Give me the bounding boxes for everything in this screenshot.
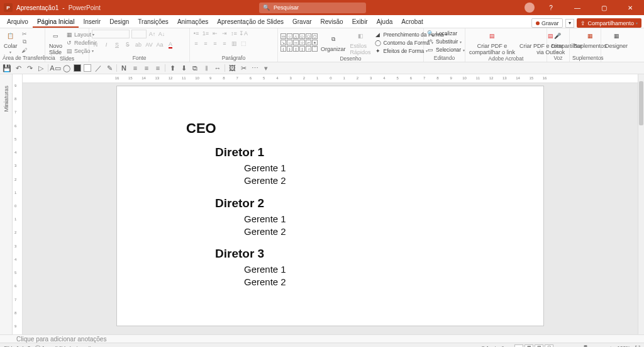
dictate-button[interactable]: 🎤 Ditar ▾ xyxy=(550,30,565,54)
notes-toggle[interactable]: ≡ Anotações xyxy=(482,345,509,348)
redo-icon[interactable]: ↷ xyxy=(25,64,34,72)
group-icon[interactable]: ⧉ xyxy=(191,64,199,72)
align-center-icon[interactable]: ≡ xyxy=(142,64,151,72)
tab-arquivo[interactable]: Arquivo xyxy=(3,18,33,28)
bold-icon[interactable]: N xyxy=(119,64,128,72)
slide-stage[interactable]: CEODiretor 1Gerente 1Gerente 2Diretor 2G… xyxy=(23,83,638,334)
grow-font-icon[interactable]: A↑ xyxy=(148,30,156,38)
bring-forward-icon[interactable]: ⬆ xyxy=(168,64,177,72)
text-box-icon[interactable]: A▭ xyxy=(51,64,60,72)
tab-acrobat[interactable]: Acrobat xyxy=(397,18,427,28)
tab-transi-es[interactable]: Transições xyxy=(133,18,173,28)
tab-inserir[interactable]: Inserir xyxy=(79,18,105,28)
line-icon[interactable]: ／ xyxy=(94,64,103,72)
slide-text-content[interactable]: CEODiretor 1Gerente 1Gerente 2Diretor 2G… xyxy=(186,120,286,289)
acrobat-share-link-button[interactable]: ▤ Criar PDF e compartilhar o link xyxy=(468,30,516,55)
tab-revis-o[interactable]: Revisão xyxy=(316,18,348,28)
crop-icon[interactable]: ✂ xyxy=(239,64,248,72)
vertical-scrollbar[interactable] xyxy=(638,74,644,334)
zoom-out-button[interactable]: − xyxy=(558,345,562,348)
align-right-button[interactable]: ≡ xyxy=(211,40,219,47)
tab-p-gina-inicial[interactable]: Página Inicial xyxy=(33,18,79,28)
slide-text-ceo[interactable]: CEO xyxy=(186,120,286,137)
reading-view-button[interactable]: ▤ xyxy=(535,344,543,348)
indent-increase-button[interactable]: ⇥ xyxy=(221,30,228,37)
start-slideshow-icon[interactable]: ▷ xyxy=(36,64,45,72)
shapes-icon[interactable]: ◯ xyxy=(62,64,71,72)
tab-ajuda[interactable]: Ajuda xyxy=(372,18,397,28)
align-left-icon[interactable]: ≡ xyxy=(131,64,140,72)
notes-pane[interactable]: Clique para adicionar anotações xyxy=(0,334,644,343)
font-combo[interactable] xyxy=(92,30,130,38)
shapes-gallery[interactable]: ▭○△◇⬠⬡ ↘↔⇨☆▱✶ {}[]≀⌒ xyxy=(280,33,318,52)
insert-picture-icon[interactable]: 🖼 xyxy=(228,64,236,72)
fit-to-window-button[interactable]: ⛶ xyxy=(635,345,640,348)
font-size-combo[interactable] xyxy=(131,30,147,38)
slide-text-diretor[interactable]: Diretor 3 xyxy=(215,247,286,261)
arrange-button[interactable]: ⧉ Organizar xyxy=(319,33,347,52)
find-button[interactable]: 🔍Localizar xyxy=(426,30,465,37)
normal-view-button[interactable]: ▭ xyxy=(514,344,523,348)
slide-text-gerente[interactable]: Gerente 2 xyxy=(244,276,286,288)
slide-text-gerente[interactable]: Gerente 2 xyxy=(244,174,286,187)
slide-text-gerente[interactable]: Gerente 1 xyxy=(244,263,286,276)
slide-text-gerente[interactable]: Gerente 1 xyxy=(244,162,286,174)
minimize-button[interactable]: — xyxy=(567,0,587,15)
tab-anima-es[interactable]: Animações xyxy=(173,18,213,28)
save-icon[interactable]: 💾 xyxy=(3,64,11,72)
text-direction-button[interactable]: ↧A xyxy=(240,30,247,37)
justify-button[interactable]: ≡ xyxy=(221,40,228,47)
paste-button[interactable]: 📋 Colar ▾ xyxy=(3,30,19,54)
help-icon[interactable]: ? xyxy=(541,0,561,15)
slide-sorter-button[interactable]: ▦ xyxy=(525,344,533,348)
shrink-font-icon[interactable]: A↓ xyxy=(158,30,165,38)
new-slide-button[interactable]: ▭ Novo Slide xyxy=(48,30,64,55)
indent-decrease-button[interactable]: ⇤ xyxy=(211,30,219,37)
slideshow-view-button[interactable]: ▢ xyxy=(545,344,553,348)
slide-text-diretor[interactable]: Diretor 2 xyxy=(215,196,286,210)
smartart-button[interactable]: ⬚ xyxy=(240,40,247,47)
tab-design[interactable]: Design xyxy=(105,18,133,28)
line-spacing-button[interactable]: ↕≡ xyxy=(230,30,238,37)
italic-button[interactable]: I xyxy=(103,41,110,48)
shadow-button[interactable]: ab xyxy=(135,41,142,48)
numbering-button[interactable]: 1≡ xyxy=(202,30,209,37)
format-painter-icon[interactable]: 🖌 xyxy=(21,47,28,54)
designer-button[interactable]: ▦ Designer xyxy=(604,30,629,49)
bold-button[interactable]: N xyxy=(92,41,99,48)
slide-text-diretor[interactable]: Diretor 1 xyxy=(215,145,286,159)
slide-text-gerente[interactable]: Gerente 2 xyxy=(244,225,286,238)
tab-apresenta-o-de-slides[interactable]: Apresentação de Slides xyxy=(213,18,288,28)
case-button[interactable]: Aa xyxy=(156,41,164,48)
underline-button[interactable]: S xyxy=(113,41,121,48)
char-spacing-button[interactable]: AV xyxy=(145,41,153,48)
align-right-icon[interactable]: ≡ xyxy=(153,64,162,72)
tab-gravar[interactable]: Gravar xyxy=(288,18,316,28)
slide-text-gerente[interactable]: Gerente 1 xyxy=(244,213,286,225)
scrollbar-thumb[interactable] xyxy=(639,81,643,125)
align-center-button[interactable]: ≡ xyxy=(202,40,209,47)
select-button[interactable]: ▭Selecionar▾ xyxy=(426,46,465,54)
replace-button[interactable]: ᵃᵇSubstituir▾ xyxy=(426,38,465,45)
qat-customize-icon[interactable]: ▾ xyxy=(262,64,270,72)
fill-color-icon[interactable] xyxy=(74,64,81,72)
fill-color-icon-2[interactable] xyxy=(84,64,91,72)
eyedropper-icon[interactable]: ✎ xyxy=(105,64,114,72)
align-objects-icon[interactable]: ⫴ xyxy=(202,64,211,72)
slide-canvas[interactable]: CEODiretor 1Gerente 1Gerente 2Diretor 2G… xyxy=(116,86,544,326)
align-left-button[interactable]: ≡ xyxy=(192,40,200,47)
send-backward-icon[interactable]: ⬇ xyxy=(179,64,188,72)
user-avatar[interactable] xyxy=(525,3,535,13)
columns-button[interactable]: ▥ xyxy=(230,40,238,47)
accessibility-status[interactable]: ⓘ Acessibilidade: investigar xyxy=(35,344,98,348)
close-button[interactable]: ✕ xyxy=(620,0,640,15)
zoom-handle[interactable] xyxy=(584,345,587,348)
zoom-value[interactable]: 100% xyxy=(618,345,630,348)
search-box[interactable]: 🔍 Pesquisar xyxy=(259,3,366,13)
font-color-button[interactable]: A xyxy=(167,41,174,48)
maximize-button[interactable]: ▢ xyxy=(594,0,614,15)
ribbon-display-options[interactable]: ▾ xyxy=(565,19,574,28)
strike-button[interactable]: S̶ xyxy=(124,41,131,48)
record-button[interactable]: Gravar xyxy=(531,18,564,28)
copy-icon[interactable]: ⧉ xyxy=(21,38,28,46)
